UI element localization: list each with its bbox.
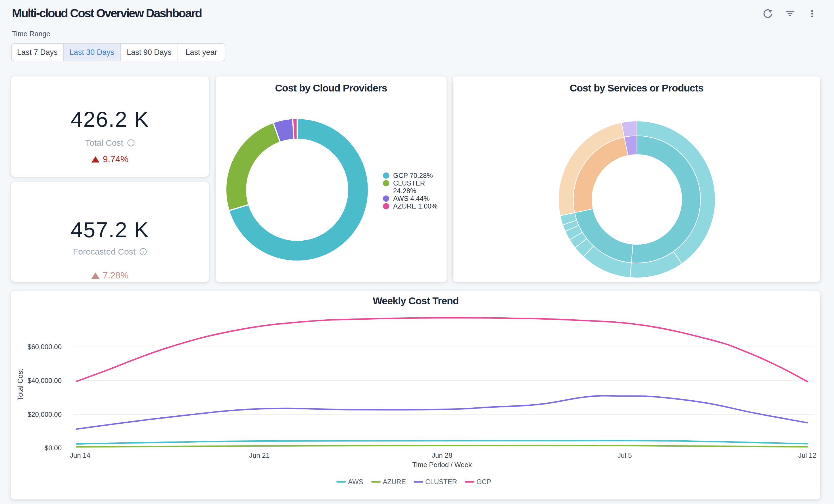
svg-text:Jun 14: Jun 14 xyxy=(70,452,90,459)
svg-text:Time Period / Week: Time Period / Week xyxy=(412,461,472,468)
svg-text:$20,000.00: $20,000.00 xyxy=(27,411,62,418)
svg-text:AZURE: AZURE xyxy=(383,478,406,485)
svg-text:$40,000.00: $40,000.00 xyxy=(27,377,62,385)
svg-text:AWS: AWS xyxy=(348,478,363,485)
svg-text:Jun 28: Jun 28 xyxy=(432,452,452,459)
svg-text:$0.00: $0.00 xyxy=(45,444,62,452)
svg-text:Total Cost: Total Cost xyxy=(16,369,24,400)
svg-text:GCP: GCP xyxy=(476,478,491,485)
svg-text:$60,000.00: $60,000.00 xyxy=(27,343,62,351)
svg-text:Jul 12: Jul 12 xyxy=(798,452,816,459)
svg-text:CLUSTER: CLUSTER xyxy=(425,478,457,485)
svg-text:Jun 21: Jun 21 xyxy=(249,452,269,459)
svg-text:Jul 5: Jul 5 xyxy=(618,452,632,459)
